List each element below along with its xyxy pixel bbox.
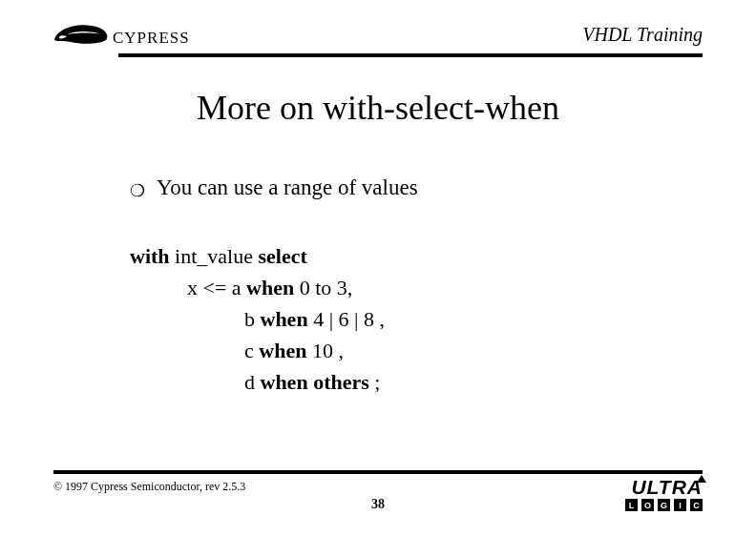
code-text: c <box>244 339 259 362</box>
ultra-sub-letter: L <box>625 499 638 511</box>
code-line-5: d when others ; <box>130 366 703 398</box>
ultra-sub-letter: C <box>690 499 703 511</box>
code-text: 10 , <box>312 339 344 362</box>
code-block: with int_value select x <= a when 0 to 3… <box>130 240 703 398</box>
page-number: 38 <box>371 497 385 512</box>
code-line-3: b when 4 | 6 | 8 , <box>130 303 703 335</box>
code-line-2: x <= a when 0 to 3, <box>130 272 703 303</box>
code-kw: when <box>261 307 314 331</box>
ultra-logo-word: ULTRA <box>631 480 703 496</box>
header-row: CYPRESS VHDL Training <box>53 21 703 48</box>
footer-rule <box>53 470 703 474</box>
slide-title: More on with-select-when <box>101 88 655 128</box>
cypress-logo: CYPRESS <box>53 21 190 48</box>
ultra-sub-letter: O <box>641 499 654 511</box>
code-kw: with <box>130 244 175 268</box>
code-text: ; <box>374 370 380 394</box>
code-text: int_value <box>175 244 258 268</box>
code-line-1: with int_value select <box>130 240 703 272</box>
ultra-word-text: ULTRA <box>631 476 703 498</box>
content: More on with-select-when ❍ You can use a… <box>0 57 756 398</box>
cypress-logo-icon <box>53 21 111 48</box>
ultra-sub-letter: I <box>674 499 686 511</box>
header-title: VHDL Training <box>582 24 703 48</box>
code-text: 0 to 3, <box>300 276 353 299</box>
code-text: d <box>244 370 261 394</box>
code-text: 4 | 6 | 8 , <box>313 307 385 331</box>
ultra-logo: ULTRA L O G I C <box>625 480 703 511</box>
bullet-icon: ❍ <box>130 182 145 199</box>
triangle-icon <box>697 475 706 483</box>
header-rule <box>118 53 703 57</box>
code-line-4: c when 10 , <box>130 335 703 366</box>
code-kw: others <box>313 370 374 394</box>
code-kw: when <box>246 276 300 299</box>
footer: © 1997 Cypress Semiconductor, rev 2.5.3 … <box>53 470 703 511</box>
code-kw: when <box>261 370 314 394</box>
header: CYPRESS VHDL Training <box>0 0 756 57</box>
ultra-logo-sub: L O G I C <box>625 499 703 511</box>
cypress-logo-text: CYPRESS <box>113 29 190 48</box>
ultra-sub-letter: G <box>658 499 670 511</box>
slide: CYPRESS VHDL Training More on with-selec… <box>0 0 756 536</box>
bullet-item: ❍ You can use a range of values <box>130 175 703 200</box>
copyright-text: © 1997 Cypress Semiconductor, rev 2.5.3 <box>53 480 245 494</box>
code-text: x <= a <box>187 276 246 299</box>
bullet-text: You can use a range of values <box>157 175 418 200</box>
code-text: b <box>244 307 261 331</box>
code-kw: select <box>258 244 306 268</box>
footer-row: © 1997 Cypress Semiconductor, rev 2.5.3 … <box>53 480 703 511</box>
code-kw: when <box>259 339 312 362</box>
